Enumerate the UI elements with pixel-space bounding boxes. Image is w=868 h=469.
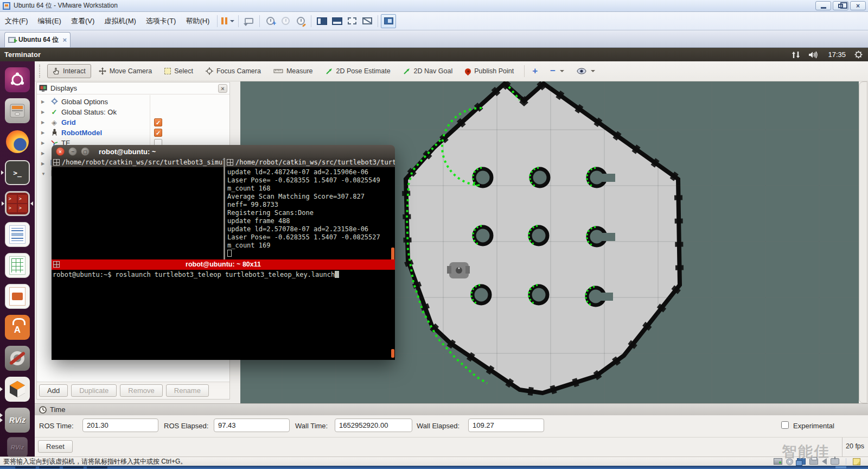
dock-item-terminator[interactable]: >>>> <box>5 191 30 216</box>
wall-time-input[interactable] <box>335 419 412 432</box>
dock-item-writer[interactable] <box>5 222 30 247</box>
ros-elapsed-input[interactable] <box>214 419 290 432</box>
terminal-pane-left[interactable]: /home/robot/catkin_ws/src/turtlebot3_sim… <box>52 158 224 259</box>
expand-arrow-icon[interactable]: ▶ <box>41 151 47 156</box>
collapsed-views-panel[interactable] <box>859 81 867 403</box>
dock-item-settings[interactable] <box>5 346 30 371</box>
add-button[interactable]: Add <box>39 384 68 397</box>
pane-right-body[interactable]: update ld=2.48724e-07 ad=2.15906e-06 Las… <box>225 167 395 259</box>
terminal-pane-bottom[interactable]: robot@ubuntu:~$ roslaunch turtlebot3_tel… <box>52 270 395 360</box>
dock-item-impress[interactable] <box>5 284 30 309</box>
terminal-titlebar[interactable]: × − □ robot@ubuntu: ~ <box>52 145 395 158</box>
displays-close-button[interactable]: × <box>218 84 227 93</box>
dock-item-software[interactable]: A <box>5 315 30 340</box>
display-row-global-options[interactable]: ▶ Global Options <box>37 97 229 107</box>
terminal-pane-right[interactable]: /home/robot/catkin_ws/src/turtlebot3/tur… <box>225 158 395 259</box>
tool-focus-camera-button[interactable]: Focus Camera <box>201 65 266 78</box>
tool-move-camera-button[interactable]: Move Camera <box>94 65 157 78</box>
sound-icon[interactable] <box>822 458 827 465</box>
pane-left-header[interactable]: /home/robot/catkin_ws/src/turtlebot3_sim… <box>52 158 224 167</box>
dock-item-rviz-stacked[interactable]: RViz <box>7 437 28 458</box>
visibility-button[interactable] <box>572 65 600 77</box>
session-gear-icon[interactable] <box>854 50 863 59</box>
suspend-button[interactable] <box>220 14 235 28</box>
scrollbar-thumb[interactable] <box>391 248 394 259</box>
restore-button[interactable] <box>833 1 848 10</box>
show-library-button[interactable] <box>314 14 329 28</box>
console-view-button[interactable] <box>381 14 396 28</box>
add-tool-button[interactable]: + <box>527 63 542 79</box>
terminal-minimize-button[interactable]: − <box>68 147 77 156</box>
terminal-maximize-button[interactable]: □ <box>81 147 90 156</box>
experimental-checkbox[interactable] <box>781 421 789 429</box>
dock-item-gazebo[interactable] <box>5 377 30 402</box>
expand-arrow-icon[interactable]: ▶ <box>41 110 47 115</box>
menu-item-file[interactable]: 文件(F) <box>0 14 33 28</box>
windows-taskbar[interactable] <box>0 466 868 469</box>
show-thumbnail-bar-button[interactable] <box>329 14 344 28</box>
tool-measure-button[interactable]: Measure <box>269 65 318 78</box>
pane-left-body[interactable] <box>52 167 224 259</box>
dock-item-rviz[interactable]: RViz <box>5 408 30 433</box>
rename-button[interactable]: Rename <box>166 384 209 397</box>
menu-item-view[interactable]: 查看(V) <box>66 14 99 28</box>
expand-arrow-icon[interactable]: ▶ <box>41 120 47 125</box>
dock-item-files[interactable] <box>5 98 30 123</box>
pane-right-header[interactable]: /home/robot/catkin_ws/src/turtlebot3/tur… <box>225 158 395 167</box>
tool-publish-point-button[interactable]: Publish Point <box>460 65 519 78</box>
expand-arrow-icon[interactable]: ▶ <box>41 130 47 135</box>
dock-item-ubuntu[interactable] <box>5 67 30 92</box>
tool-2d-pose-estimate-button[interactable]: 2D Pose Estimate <box>321 65 395 78</box>
harddisk-icon[interactable] <box>774 458 782 465</box>
reset-button[interactable]: Reset <box>38 440 73 453</box>
expand-arrow-icon[interactable]: ▶ <box>41 141 47 145</box>
expand-arrow-icon[interactable]: ▶ <box>41 99 47 104</box>
vm-tab[interactable]: Ubuntu 64 位 × <box>4 32 71 47</box>
tab-close-icon[interactable]: × <box>62 36 67 44</box>
display-row-robotmodel[interactable]: ▶ RobotModel ✓ <box>37 128 229 138</box>
chevron-down-icon[interactable] <box>591 70 595 72</box>
ros-time-input[interactable] <box>82 419 158 432</box>
expand-arrow-icon[interactable]: ▶ <box>41 161 47 166</box>
snapshot-manager-button[interactable] <box>293 14 308 28</box>
collapse-arrow-icon[interactable]: ▼ <box>41 172 47 176</box>
menu-item-vm[interactable]: 虚拟机(M) <box>99 14 141 28</box>
robotmodel-checkbox[interactable]: ✓ <box>154 129 162 137</box>
tool-2d-nav-goal-button[interactable]: 2D Nav Goal <box>398 65 458 78</box>
display-row-grid[interactable]: ▶ ◈ Grid ✓ <box>37 117 229 128</box>
grid-checkbox[interactable]: ✓ <box>154 118 162 126</box>
dock-item-firefox[interactable] <box>5 129 30 154</box>
dock-item-calc[interactable] <box>5 253 30 278</box>
display-row-global-status[interactable]: ▶ ✓ Global Status: Ok <box>37 107 229 117</box>
menu-item-tabs[interactable]: 选项卡(T) <box>141 14 181 28</box>
network-icon[interactable] <box>791 51 800 59</box>
menu-item-help[interactable]: 帮助(H) <box>181 14 214 28</box>
focused-pane-titlebar[interactable]: robot@ubuntu: ~ 80x11 <box>52 259 395 270</box>
printer-icon[interactable] <box>809 458 818 465</box>
volume-icon[interactable] <box>808 51 819 59</box>
menu-item-edit[interactable]: 编辑(E) <box>33 14 66 28</box>
duplicate-button[interactable]: Duplicate <box>71 384 117 397</box>
time-panel-header[interactable]: Time <box>35 403 868 415</box>
toolbar-handle[interactable] <box>39 65 42 78</box>
fullscreen-button[interactable] <box>344 14 360 28</box>
dock-item-terminal[interactable]: >_ <box>5 160 30 185</box>
chevron-down-icon[interactable] <box>230 20 234 22</box>
tool-select-button[interactable]: Select <box>159 65 198 78</box>
terminal-window[interactable]: × − □ robot@ubuntu: ~ /home/robot/catkin… <box>52 145 395 360</box>
notes-icon[interactable] <box>853 458 860 465</box>
clock-label[interactable]: 17:35 <box>828 50 846 59</box>
snapshot-take-button[interactable] <box>263 14 278 28</box>
remove-tool-button[interactable]: − <box>545 63 569 79</box>
snapshot-revert-button[interactable] <box>278 14 293 28</box>
terminal-close-button[interactable]: × <box>56 147 65 156</box>
wall-elapsed-input[interactable] <box>468 419 544 432</box>
chevron-down-icon[interactable] <box>560 70 564 72</box>
close-button[interactable]: × <box>850 1 866 10</box>
ctrl-alt-del-button[interactable] <box>241 14 257 28</box>
tool-interact-button[interactable]: Interact <box>47 64 91 78</box>
cdrom-icon[interactable] <box>786 458 793 465</box>
unity-mode-button[interactable] <box>360 14 375 28</box>
minimize-button[interactable] <box>815 1 831 10</box>
usb-icon[interactable] <box>831 458 839 465</box>
